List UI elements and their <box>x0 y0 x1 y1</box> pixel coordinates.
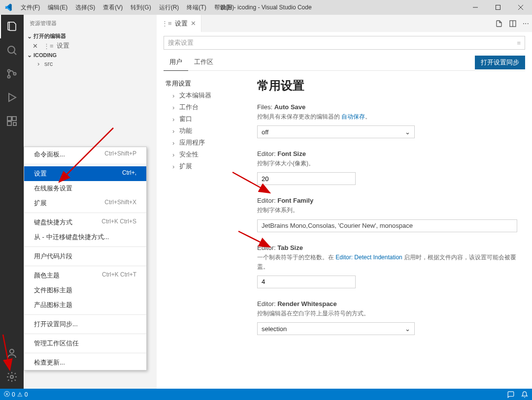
context-menu-item[interactable]: 检查更新... <box>24 355 146 370</box>
svg-point-15 <box>10 375 13 378</box>
chevron-right-icon: › <box>172 92 179 99</box>
toc-item-text-editor[interactable]: ›文本编辑器 <box>164 90 242 101</box>
context-menu-item[interactable]: 键盘快捷方式Ctrl+K Ctrl+S <box>24 215 146 230</box>
setting-editor-tabsize: Editor: Tab Size 一个制表符等于的空格数。在 Editor: D… <box>257 244 523 288</box>
toc-item-workbench[interactable]: ›工作台 <box>164 101 242 113</box>
context-menu-item[interactable]: 管理工作区信任 <box>24 336 146 351</box>
run-debug-icon[interactable] <box>0 86 24 109</box>
settings-search-input[interactable]: 搜索设置 ≡ <box>164 36 525 50</box>
window-minimize-icon[interactable] <box>464 0 487 15</box>
svg-point-8 <box>14 73 16 75</box>
fontfamily-input[interactable]: JetBrains Mono,Consolas, 'Courier New', … <box>257 219 517 232</box>
whitespace-select[interactable]: selection ⌄ <box>257 322 415 335</box>
svg-marker-9 <box>9 93 16 101</box>
tree-item-src[interactable]: › src <box>24 59 157 68</box>
context-menu-item[interactable]: 产品图标主题 <box>24 298 146 312</box>
status-bar: ⓧ0 ⚠0 <box>0 389 532 400</box>
settings-list: 常用设置 Files: Auto Save 控制具有未保存更改的编辑器的 自动保… <box>254 78 525 385</box>
errors-icon[interactable]: ⓧ <box>4 390 10 399</box>
settings-file-icon: ⋮≡ <box>162 20 172 27</box>
scope-workspace-tab[interactable]: 工作区 <box>188 55 219 70</box>
window-maximize-icon[interactable] <box>487 0 509 15</box>
toc-item-common[interactable]: 常用设置 <box>164 78 242 90</box>
search-icon[interactable] <box>0 38 24 62</box>
open-editors-section[interactable]: ⌄ 打开的编辑器 <box>24 32 157 40</box>
context-menu-item[interactable]: 用户代码片段 <box>24 249 146 264</box>
open-settings-sync-button[interactable]: 打开设置同步 <box>475 56 525 69</box>
account-icon[interactable] <box>0 341 24 365</box>
context-menu-item[interactable]: 打开设置同步... <box>24 317 146 332</box>
chevron-down-icon: ⌄ <box>26 33 33 40</box>
menu-file[interactable]: 文件(F) <box>17 3 44 12</box>
autosave-doc-link[interactable]: 自动保存 <box>341 113 365 120</box>
autosave-select[interactable]: off ⌄ <box>257 125 415 138</box>
scope-user-tab[interactable]: 用户 <box>164 55 188 71</box>
tabsize-input[interactable]: 4 <box>257 276 356 288</box>
svg-line-5 <box>14 52 16 55</box>
tab-settings[interactable]: ⋮≡ 设置 ✕ <box>157 15 201 32</box>
editor-area: ⋮≡ 设置 ✕ ··· 搜索设置 ≡ 用户 工作区 打开设置同步 <box>157 15 532 389</box>
detect-indentation-link[interactable]: Editor: Detect Indentation <box>335 254 402 261</box>
more-icon[interactable]: ··· <box>523 19 529 28</box>
open-editors-label: 打开的编辑器 <box>33 32 66 40</box>
toc-item-application[interactable]: ›应用程序 <box>164 137 242 149</box>
settings-heading: 常用设置 <box>257 78 525 93</box>
setting-editor-render-whitespace: Editor: Render Whitespace 控制编辑器在空白字符上显示符… <box>257 300 523 335</box>
scope-tabs: 用户 工作区 <box>164 55 219 70</box>
toc-item-extensions[interactable]: ›扩展 <box>164 160 242 172</box>
close-icon[interactable]: ✕ <box>33 42 40 50</box>
close-icon[interactable]: ✕ <box>191 20 196 27</box>
svg-rect-1 <box>496 5 500 10</box>
context-menu-item[interactable]: 设置Ctrl+, <box>24 166 146 181</box>
sidebar: 资源管理器 ⌄ 打开的编辑器 ✕ ⋮≡ 设置 ⌄ ICODING › src 命… <box>24 15 157 389</box>
feedback-icon[interactable] <box>507 391 514 398</box>
explorer-icon[interactable] <box>0 15 24 38</box>
svg-rect-10 <box>7 117 11 121</box>
toc-item-security[interactable]: ›安全性 <box>164 149 242 160</box>
window-close-icon[interactable] <box>509 0 532 15</box>
source-control-icon[interactable] <box>0 62 24 86</box>
menu-terminal[interactable]: 终端(T) <box>183 3 210 12</box>
settings-file-icon: ⋮≡ <box>43 42 54 50</box>
extensions-icon[interactable] <box>0 109 24 133</box>
open-settings-json-icon[interactable] <box>495 20 503 28</box>
menu-selection[interactable]: 选择(S) <box>71 3 99 12</box>
activity-bar <box>0 15 24 389</box>
sidebar-header: 资源管理器 <box>24 15 157 32</box>
context-menu-item[interactable]: 从 - 中迁移键盘快捷方式... <box>24 230 146 245</box>
svg-point-14 <box>10 349 14 353</box>
open-editor-label: 设置 <box>57 41 69 50</box>
menu-edit[interactable]: 编辑(E) <box>44 3 71 12</box>
context-menu-item[interactable]: 颜色主题Ctrl+K Ctrl+T <box>24 268 146 283</box>
window-controls <box>464 0 532 15</box>
open-editor-item[interactable]: ✕ ⋮≡ 设置 <box>24 40 157 51</box>
context-menu-item[interactable]: 扩展Ctrl+Shift+X <box>24 196 146 211</box>
svg-rect-12 <box>7 122 11 125</box>
svg-rect-11 <box>12 117 16 121</box>
svg-point-4 <box>8 46 15 53</box>
tree-item-label: src <box>44 60 53 67</box>
menu-run[interactable]: 运行(R) <box>155 3 183 12</box>
menu-view[interactable]: 查看(V) <box>99 3 127 12</box>
context-menu-item[interactable]: 文件图标主题 <box>24 283 146 298</box>
vscode-logo-icon <box>4 3 13 12</box>
fontsize-input[interactable]: 20 <box>257 172 356 185</box>
context-menu-item[interactable]: 命令面板...Ctrl+Shift+P <box>24 147 146 162</box>
setting-files-autosave: Files: Auto Save 控制具有未保存更改的编辑器的 自动保存。 of… <box>257 103 523 138</box>
folder-section[interactable]: ⌄ ICODING <box>24 51 157 59</box>
toc-item-window[interactable]: ›窗口 <box>164 113 242 125</box>
tab-bar: ⋮≡ 设置 ✕ ··· <box>157 15 532 32</box>
warnings-icon[interactable]: ⚠ <box>17 391 23 398</box>
svg-point-6 <box>8 70 10 72</box>
split-editor-icon[interactable] <box>509 20 517 28</box>
filter-icon[interactable]: ≡ <box>517 39 521 47</box>
window-title: 设置 - icoding - Visual Studio Code <box>220 3 311 12</box>
tab-label: 设置 <box>175 19 188 28</box>
folder-label: ICODING <box>33 52 57 58</box>
context-menu-item[interactable]: 在线服务设置 <box>24 181 146 196</box>
main-menu: 文件(F) 编辑(E) 选择(S) 查看(V) 转到(G) 运行(R) 终端(T… <box>17 3 238 12</box>
toc-item-features[interactable]: ›功能 <box>164 125 242 137</box>
bell-icon[interactable] <box>521 391 528 398</box>
gear-icon[interactable] <box>0 365 24 389</box>
menu-go[interactable]: 转到(G) <box>127 3 155 12</box>
